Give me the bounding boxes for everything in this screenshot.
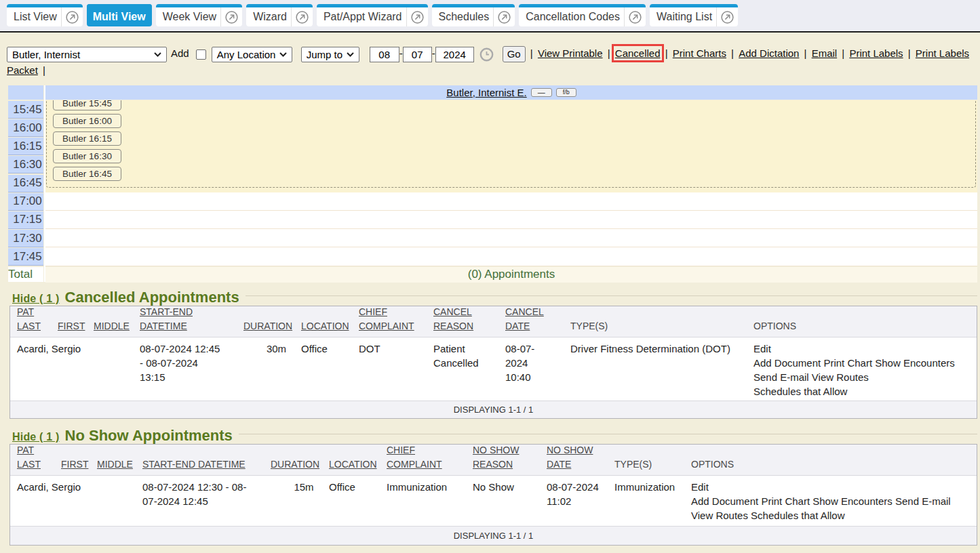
toolbar-link-cancelled[interactable]: Cancelled bbox=[615, 47, 661, 59]
slot-button-butler-16-00[interactable]: Butler 16:00 bbox=[53, 114, 121, 128]
grid-corner-cell bbox=[8, 85, 43, 100]
chevron-down-icon bbox=[347, 52, 354, 57]
toolbar-link-email[interactable]: Email bbox=[812, 47, 838, 59]
noshow-table: PATLASTFIRSTMIDDLESTART-END DATETIMEDURA… bbox=[9, 444, 977, 546]
date-month-input[interactable]: 08 bbox=[370, 47, 399, 62]
cell-duration: 15m bbox=[275, 480, 333, 494]
cancelled-hide-link[interactable]: Hide ( 1 ) bbox=[12, 293, 60, 305]
screen: List ViewMulti ViewWeek ViewWizardPat/Ap… bbox=[0, 0, 980, 553]
go-button[interactable]: Go bbox=[503, 46, 526, 62]
fb-button[interactable]: f/b bbox=[556, 88, 576, 97]
tab-schedules[interactable]: Schedules bbox=[432, 4, 515, 26]
tab-week-view[interactable]: Week View bbox=[156, 4, 242, 26]
cell-location: Office bbox=[301, 342, 328, 356]
column-header-pat-last[interactable]: PATLAST bbox=[17, 305, 41, 333]
provider-column-header: Butler, Internist E. — f/b bbox=[45, 85, 977, 100]
tab-wizard[interactable]: Wizard bbox=[246, 4, 313, 26]
cell-duration: 30m bbox=[248, 342, 305, 356]
column-header-no-show-date[interactable]: NO SHOWDATE bbox=[547, 443, 593, 472]
provider-select-value: Butler, Internist bbox=[12, 47, 80, 62]
column-header-no-show-reason[interactable]: NO SHOWREASON bbox=[473, 443, 519, 472]
tab-multi-view[interactable]: Multi View bbox=[87, 4, 152, 26]
cancelled-table-footer: DISPLAYING 1-1 / 1 bbox=[10, 401, 977, 418]
tab-cancellation-codes[interactable]: Cancellation Codes bbox=[519, 4, 646, 26]
column-header-chief-complaint[interactable]: CHIEFCOMPLAINT bbox=[359, 305, 414, 333]
cancelled-section-line bbox=[246, 295, 977, 296]
cancelled-table-body: Acardi, Sergio08-07-2024 12:45 - 08-07-2… bbox=[10, 337, 977, 401]
column-header-middle[interactable]: MIDDLE bbox=[94, 319, 130, 333]
column-header-start-end-datetime[interactable]: START-END DATETIME bbox=[142, 457, 246, 472]
column-header-options: OPTIONS bbox=[753, 319, 796, 333]
tab-top-strip bbox=[650, 4, 738, 7]
tab-pat-appt-wizard[interactable]: Pat/Appt Wizard bbox=[317, 4, 428, 26]
column-header-chief-complaint[interactable]: CHIEFCOMPLAINT bbox=[387, 443, 442, 472]
column-header-pat-last[interactable]: PATLAST bbox=[17, 443, 41, 472]
column-header-duration[interactable]: DURATION bbox=[243, 319, 292, 333]
total-appointments: (0) Appointments bbox=[45, 267, 977, 283]
cancelled-table: PATLASTFIRSTMIDDLESTART-ENDDATETIMEDURAT… bbox=[9, 306, 977, 419]
open-slot-row[interactable] bbox=[45, 211, 977, 229]
noshow-hide-link[interactable]: Hide ( 1 ) bbox=[12, 431, 60, 443]
cell-chief-complaint: DOT bbox=[359, 342, 380, 356]
noshow-table-header: PATLASTFIRSTMIDDLESTART-END DATETIMEDURA… bbox=[10, 445, 977, 476]
toolbar-link-view-printable[interactable]: View Printable bbox=[538, 47, 603, 59]
provider-day-column: Butler 15:45Butler 16:00Butler 16:15Butl… bbox=[45, 100, 977, 266]
cell-types: Driver Fitness Determination (DOT) bbox=[570, 342, 730, 356]
slot-button-butler-16-45[interactable]: Butler 16:45 bbox=[53, 167, 121, 181]
open-slot-row[interactable] bbox=[45, 192, 977, 211]
location-select[interactable]: Any Location bbox=[212, 47, 292, 62]
column-header-start-end-datetime[interactable]: START-ENDDATETIME bbox=[140, 305, 193, 333]
time-slot-label: 17:45 bbox=[8, 248, 43, 266]
tab-top-strip bbox=[317, 4, 428, 7]
column-header-middle[interactable]: MIDDLE bbox=[97, 457, 133, 472]
cell-options[interactable]: EditAdd Document Print Chart Show Encoun… bbox=[753, 342, 980, 398]
appointment-template-block bbox=[46, 100, 976, 188]
tab-waiting-list[interactable]: Waiting List bbox=[650, 4, 738, 26]
add-checkbox[interactable] bbox=[196, 49, 206, 60]
toolbar-link-add-dictation[interactable]: Add Dictation bbox=[739, 47, 799, 59]
toolbar-link-print-labels[interactable]: Print Labels bbox=[849, 47, 903, 59]
clock-icon[interactable] bbox=[479, 47, 494, 62]
link-separator: | bbox=[801, 47, 809, 59]
open-slot-row[interactable] bbox=[45, 229, 977, 247]
tab-list-view[interactable]: List View bbox=[7, 4, 83, 26]
column-header-location[interactable]: LOCATION bbox=[329, 457, 377, 472]
time-slot-label: 17:00 bbox=[8, 193, 43, 211]
time-slot-label: 16:00 bbox=[8, 119, 43, 137]
tab-top-strip bbox=[7, 4, 83, 7]
slot-button-butler-15-45[interactable]: Butler 15:45 bbox=[53, 100, 121, 110]
toolbar-link-print-charts[interactable]: Print Charts bbox=[673, 47, 726, 59]
time-slot-label: 15:45 bbox=[8, 101, 43, 119]
noshow-table-footer: DISPLAYING 1-1 / 1 bbox=[10, 526, 977, 545]
tab-top-strip bbox=[519, 4, 646, 7]
cell-start-end: 08-07-2024 12:30 - 08-07-2024 12:45 bbox=[142, 480, 252, 508]
jump-to-select-value: Jump to bbox=[307, 47, 342, 62]
noshow-section-title: Hide ( 1 ) No Show Appointments bbox=[12, 427, 233, 443]
provider-link[interactable]: Butler, Internist E. bbox=[446, 87, 526, 98]
column-header-duration[interactable]: DURATION bbox=[271, 457, 319, 472]
cell-options[interactable]: EditAdd Document Print Chart Show Encoun… bbox=[691, 480, 980, 523]
date-day-input[interactable]: 07 bbox=[403, 47, 432, 62]
chevron-down-icon bbox=[154, 52, 161, 57]
provider-select[interactable]: Butler, Internist bbox=[7, 47, 167, 62]
column-header-first[interactable]: FIRST bbox=[58, 319, 85, 333]
time-slot-label: 16:30 bbox=[8, 156, 43, 173]
cancelled-section-title: Hide ( 1 ) Cancelled Appointments bbox=[12, 289, 239, 305]
collapse-column-button[interactable]: — bbox=[531, 88, 552, 97]
cell-types: Immunization bbox=[614, 480, 675, 494]
date-year-input[interactable]: 2024 bbox=[435, 47, 474, 62]
tab-top-strip bbox=[87, 4, 152, 7]
column-header-cancel-date[interactable]: CANCELDATE bbox=[505, 305, 544, 333]
column-header-options: OPTIONS bbox=[691, 457, 734, 472]
slot-button-butler-16-30[interactable]: Butler 16:30 bbox=[53, 149, 121, 163]
cell-chief-complaint: Immunization bbox=[387, 480, 447, 494]
jump-to-select[interactable]: Jump to bbox=[301, 47, 359, 62]
column-header-first[interactable]: FIRST bbox=[61, 457, 88, 472]
column-header-cancel-reason[interactable]: CANCELREASON bbox=[433, 305, 473, 333]
cell-noshow-reason: No Show bbox=[473, 480, 514, 494]
column-header-location[interactable]: LOCATION bbox=[301, 319, 349, 333]
open-slot-row[interactable] bbox=[45, 247, 977, 266]
add-label: Add bbox=[171, 47, 189, 59]
link-separator: | bbox=[605, 47, 613, 59]
slot-button-butler-16-15[interactable]: Butler 16:15 bbox=[53, 131, 121, 146]
